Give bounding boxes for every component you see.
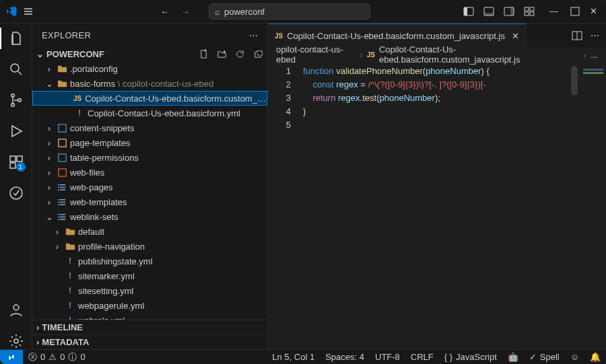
activity-run-icon[interactable] <box>8 123 24 139</box>
svg-rect-3 <box>484 13 494 15</box>
breadcrumbs[interactable]: opilot-contact-us-ebed › JS Copilot-Cont… <box>268 47 606 62</box>
window-maximize-icon[interactable] <box>570 6 580 17</box>
tree-folder[interactable]: ⌄basic-forms \ copilot-contact-us-ebed <box>32 76 267 91</box>
tree-label: sitemarker.yml <box>78 271 135 281</box>
tree-label: profile-navigation <box>78 242 145 252</box>
code-editor[interactable]: 12345 function validatePhoneNumber(phone… <box>268 62 606 349</box>
tree-label: Copilot-Contact-Us-ebed.basicform.custom… <box>85 94 267 104</box>
section-timeline[interactable]: ›TIMELINE <box>32 320 267 334</box>
tree-folder[interactable]: ›.portalconfig <box>32 61 267 76</box>
activity-bar: 1 <box>0 24 32 349</box>
activity-extensions-icon[interactable]: 1 <box>8 154 24 170</box>
hamburger-menu-icon[interactable] <box>23 6 34 17</box>
tab-active[interactable]: JS Copilot-Contact-Us-ebed.basicform.cus… <box>268 24 527 47</box>
layout-right-icon[interactable] <box>504 6 514 17</box>
scrollbar-thumb[interactable] <box>571 66 578 96</box>
nav-forward-icon[interactable]: → <box>181 7 190 17</box>
tab-bar: JS Copilot-Contact-Us-ebed.basicform.cus… <box>268 24 606 47</box>
chevron-right-icon: › <box>360 50 362 60</box>
chevron-right-icon: › <box>44 138 54 148</box>
tree-folder[interactable]: ›web-files <box>32 165 267 180</box>
copilot-icon: 🤖 <box>508 352 518 362</box>
breadcrumb-more[interactable]: ... <box>591 50 598 60</box>
code-lines[interactable]: function validatePhoneNumber(phoneNumber… <box>303 65 579 349</box>
folder-root-header[interactable]: ⌄ POWERCONF <box>32 47 267 61</box>
tree-file[interactable]: JSCopilot-Contact-Us-ebed.basicform.cust… <box>32 91 267 106</box>
tree-file[interactable]: !sitesetting.yml <box>32 283 267 298</box>
activity-search-icon[interactable] <box>8 61 24 77</box>
root-name: POWERCONF <box>46 49 104 59</box>
activity-explorer-icon[interactable] <box>8 30 24 46</box>
info-icon: ⓘ <box>68 351 77 363</box>
status-copilot[interactable]: 🤖 <box>502 352 524 362</box>
chevron-right-icon: › <box>584 50 586 60</box>
tree-folder[interactable]: ⌄weblink-sets <box>32 209 267 224</box>
folder-icon <box>65 227 75 237</box>
tab-close-icon[interactable]: ✕ <box>512 31 519 41</box>
yml-icon: ! <box>74 108 85 118</box>
status-spaces[interactable]: Spaces: 4 <box>320 352 370 362</box>
tree-folder[interactable]: ›table-permissions <box>32 150 267 165</box>
status-eol[interactable]: CRLF <box>405 352 439 362</box>
minimap[interactable] <box>579 65 606 349</box>
svg-point-32 <box>57 213 59 215</box>
svg-rect-22 <box>58 124 65 131</box>
svg-point-29 <box>57 198 59 200</box>
tree-folder[interactable]: ›profile-navigation <box>32 239 267 254</box>
vscode-logo-icon <box>5 5 18 17</box>
status-bell[interactable]: 🔔 <box>584 352 606 362</box>
nav-back-icon[interactable]: ← <box>160 7 169 17</box>
command-center[interactable]: ⌕ powerconf <box>209 3 370 20</box>
window-close-icon[interactable]: ✕ <box>590 6 601 17</box>
status-bar: ⓧ0 ⚠0 ⓘ0 Ln 5, Col 1 Spaces: 4 UTF-8 CRL… <box>0 349 606 364</box>
svg-point-14 <box>18 99 21 102</box>
activity-sourcecontrol-icon[interactable] <box>8 92 24 108</box>
explorer-header: EXPLORER ⋯ <box>32 24 267 47</box>
status-problems[interactable]: ⓧ0 ⚠0 ⓘ0 <box>23 351 91 363</box>
collapse-all-icon[interactable] <box>253 49 263 59</box>
split-editor-icon[interactable] <box>572 30 582 41</box>
tree-folder[interactable]: ›page-templates <box>32 135 267 150</box>
status-cursor[interactable]: Ln 5, Col 1 <box>267 352 320 362</box>
tree-file[interactable]: !Copilot-Contact-Us-ebed.basicform.yml <box>32 106 267 120</box>
tree-folder[interactable]: ›default <box>32 224 267 239</box>
yml-icon: ! <box>65 301 75 310</box>
svg-point-34 <box>57 219 59 220</box>
refresh-icon[interactable] <box>235 49 245 59</box>
editor-more-icon[interactable]: ⋯ <box>591 30 599 40</box>
chevron-right-icon: › <box>53 242 62 252</box>
activity-power-icon[interactable] <box>8 185 24 201</box>
main: 1 EXPLORER ⋯ ⌄ POWERCONF ›.portalconfig⌄… <box>0 24 606 349</box>
new-folder-icon[interactable] <box>217 49 227 59</box>
tree-file[interactable]: !sitemarker.yml <box>32 268 267 283</box>
tree-file[interactable]: !publishingstate.yml <box>32 254 267 268</box>
svg-point-26 <box>57 184 59 185</box>
tree-folder[interactable]: ›content-snippets <box>32 120 267 135</box>
js-file-icon: JS <box>367 51 375 59</box>
layout-primary-icon[interactable] <box>463 6 474 17</box>
chevron-right-icon: › <box>44 168 54 178</box>
activity-settings-icon[interactable] <box>8 333 24 349</box>
explorer-more-icon[interactable]: ⋯ <box>249 30 258 40</box>
tab-title: Copilot-Contact-Us-ebed.basicform.custom… <box>287 31 505 41</box>
new-file-icon[interactable] <box>199 49 209 59</box>
tree-folder[interactable]: ›web-pages <box>32 180 267 194</box>
remote-indicator[interactable] <box>0 350 23 364</box>
status-encoding[interactable]: UTF-8 <box>370 352 405 362</box>
tree-folder[interactable]: ›web-templates <box>32 194 267 209</box>
section-metadata[interactable]: ›METADATA <box>32 334 267 349</box>
tree-file[interactable]: !webrole.yml <box>32 313 267 320</box>
status-feedback[interactable]: ☺ <box>565 352 584 362</box>
status-language[interactable]: { }JavaScript <box>439 352 502 362</box>
tree-file[interactable]: !webpagerule.yml <box>32 298 267 313</box>
chevron-right-icon: › <box>53 227 62 237</box>
layout-bottom-icon[interactable] <box>483 6 494 17</box>
status-spell[interactable]: ✓Spell <box>524 352 565 362</box>
svg-rect-6 <box>525 7 529 11</box>
svg-point-20 <box>14 339 18 343</box>
window-minimize-icon[interactable]: — <box>549 6 560 17</box>
check-icon: ✓ <box>529 352 537 362</box>
customize-layout-icon[interactable] <box>524 6 535 17</box>
activity-account-icon[interactable] <box>8 302 24 318</box>
sidebar: EXPLORER ⋯ ⌄ POWERCONF ›.portalconfig⌄ba… <box>32 24 268 349</box>
